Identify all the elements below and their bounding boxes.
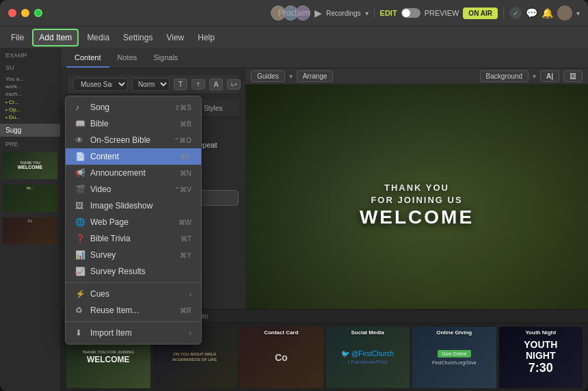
icon-photo[interactable]: 🖼 [563, 70, 583, 82]
arrange-button[interactable]: Arrange [297, 70, 334, 82]
maximize-button[interactable] [34, 9, 42, 17]
user-chevron[interactable]: ▾ [576, 10, 580, 17]
preview-label[interactable]: PREVIEW [425, 9, 459, 17]
text-size-T2[interactable]: T [191, 79, 205, 90]
thumb-contact-text: Co [275, 352, 288, 363]
text-align-A[interactable]: A [209, 79, 223, 90]
tab-notes[interactable]: Notes [109, 48, 146, 68]
recordings-chevron: ▾ [365, 10, 369, 17]
bible-shortcut: ⌘B [180, 120, 191, 128]
dropdown-import[interactable]: ⬇ Import Item › [66, 325, 201, 341]
sidebar: Examp Su You a... work... each... • Cr..… [0, 48, 60, 391]
survey-icon: 📊 [75, 250, 85, 260]
user-avatar[interactable] [557, 5, 572, 21]
menu-settings[interactable]: Settings [118, 30, 158, 45]
give-online-button[interactable]: Give Online [438, 350, 471, 358]
sidebar-suggest[interactable]: Sugg [0, 124, 60, 137]
sidebar-thumb-1[interactable]: THANK YOU WELCOME [3, 152, 57, 179]
dropdown-import-label: Import Item [90, 328, 132, 338]
main-area: Examp Su You a... work... each... • Cr..… [0, 48, 588, 391]
text-spacing[interactable]: L+ [227, 79, 241, 90]
dropdown-image-slideshow[interactable]: 🖼 Image Slideshow [66, 198, 201, 214]
dropdown-web-page[interactable]: 🌐 Web Page ⌘W [66, 214, 201, 230]
dropdown-announcement-label: Announcement [90, 168, 146, 178]
import-arrow: › [189, 329, 191, 337]
thumbnail-social[interactable]: Social Media 🐦 @FirstChurch f Facebook/F… [326, 327, 410, 388]
import-icon: ⬇ [75, 328, 85, 338]
bell-icon[interactable]: 🔔 [542, 8, 553, 18]
edit-toggle[interactable] [401, 8, 420, 18]
thumbnail-youth[interactable]: Youth Night YOUTHNIGHT 7:30 [499, 327, 583, 388]
dropdown-song[interactable]: ♪ Song ⇧⌘S [66, 99, 201, 116]
announcement-icon: 📢 [75, 168, 85, 178]
menu-help[interactable]: Help [192, 30, 220, 45]
dropdown-survey[interactable]: 📊 Survey ⌘Y [66, 247, 201, 263]
dropdown-reuse[interactable]: ♻ Reuse Item... ⌘R [66, 302, 201, 319]
menu-right: ▶ Recordings ▾ EDIT PREVIEW ON AIR ✓ 💬 🔔… [271, 5, 580, 21]
font-toolbar: Museo Sans Normal T T A L+ [68, 75, 239, 94]
on-air-button[interactable]: ON AIR [463, 8, 498, 19]
announcement-shortcut: ⌘N [180, 170, 191, 177]
menu-view[interactable]: View [161, 30, 189, 45]
dropdown-import-left: ⬇ Import Item [75, 328, 132, 338]
thumb-giving-label: Online Giving [412, 329, 496, 336]
dropdown-divider-1 [66, 282, 201, 283]
sidebar-pre-label: PRE [0, 137, 60, 149]
survey-shortcut: ⌘Y [180, 252, 191, 259]
dropdown-trivia-left: ❓ Bible Trivia [75, 234, 131, 243]
add-item-dropdown: ♪ Song ⇧⌘S 📖 Bible ⌘B 👁 On-Screen Bible … [65, 96, 202, 345]
dropdown-bible-trivia[interactable]: ❓ Bible Trivia ⌘T [66, 230, 201, 247]
dropdown-bible-left: 📖 Bible [75, 119, 109, 129]
dropdown-reuse-label: Reuse Item... [90, 306, 139, 315]
dropdown-song-label: Song [90, 103, 109, 112]
recordings-label[interactable]: Recordings [326, 10, 361, 17]
tab-signals[interactable]: Signals [145, 48, 186, 68]
preview-text-block: THANK YOU FOR JOINING US WELCOME [360, 182, 474, 228]
dropdown-survey-left: 📊 Survey [75, 250, 116, 260]
background-button[interactable]: Background [480, 70, 529, 82]
styles-label: Styles [204, 105, 222, 112]
sidebar-thumb-3[interactable]: Co [3, 217, 57, 245]
menu-add-item[interactable]: Add Item [32, 29, 79, 46]
thumbnail-giving[interactable]: Online Giving Give Online FirstChurch.or… [412, 327, 496, 388]
title-bar: Proclaim ▶ Recordings ▾ EDIT PREVIEW ON … [0, 0, 588, 26]
chat-icon[interactable]: 💬 [526, 8, 537, 18]
menu-media[interactable]: Media [81, 30, 115, 45]
guides-button[interactable]: Guides [251, 70, 285, 82]
dropdown-content-label: Content [90, 152, 119, 161]
preview-thank-you-line2: FOR JOINING US [360, 194, 474, 206]
dropdown-bible[interactable]: 📖 Bible ⌘B [66, 116, 201, 132]
preview-toolbar: Guides ▾ Arrange Background ▾ A| 🖼 [245, 68, 588, 85]
dropdown-survey-label: Survey [90, 250, 116, 260]
dropdown-cues[interactable]: ⚡ Cues › [66, 286, 201, 302]
sidebar-thumb-2[interactable]: life... [3, 185, 57, 212]
dropdown-content-left: 📄 Content [75, 152, 119, 161]
sidebar-example-label: Examp [0, 48, 60, 60]
dropdown-content[interactable]: 📄 Content ⌘C [66, 148, 201, 165]
play-icon[interactable]: ▶ [315, 8, 322, 18]
close-button[interactable] [8, 9, 16, 17]
dropdown-survey-results[interactable]: 📈 Survey Results [66, 263, 201, 280]
font-selector[interactable]: Museo Sans [73, 78, 128, 91]
content-shortcut: ⌘C [180, 153, 191, 161]
text-size-T1[interactable]: T [174, 79, 187, 90]
dropdown-announcement[interactable]: 📢 Announcement ⌘N [66, 165, 201, 181]
icon-text-A[interactable]: A| [540, 70, 559, 82]
thumb-youth-label: Youth Night [499, 329, 583, 336]
edit-label[interactable]: EDIT [380, 9, 397, 17]
divider-1 [374, 8, 375, 18]
window-title: Proclaim [278, 8, 310, 18]
onscreen-shortcut: ⌃⌘O [174, 137, 191, 144]
dropdown-web-label: Web Page [90, 217, 129, 227]
traffic-lights [8, 9, 42, 17]
dropdown-cues-left: ⚡ Cues [75, 289, 109, 299]
tab-content[interactable]: Content [66, 48, 109, 68]
menu-file[interactable]: File [5, 30, 29, 45]
font-style-selector[interactable]: Normal [132, 78, 170, 91]
thumbnail-contact[interactable]: Contact Card Co [239, 327, 323, 388]
dropdown-video[interactable]: 🎬 Video ⌃⌘V [66, 181, 201, 198]
dropdown-onscreen-bible[interactable]: 👁 On-Screen Bible ⌃⌘O [66, 132, 201, 148]
reuse-shortcut: ⌘R [180, 307, 191, 314]
minimize-button[interactable] [21, 9, 29, 17]
bible-icon: 📖 [75, 119, 85, 129]
